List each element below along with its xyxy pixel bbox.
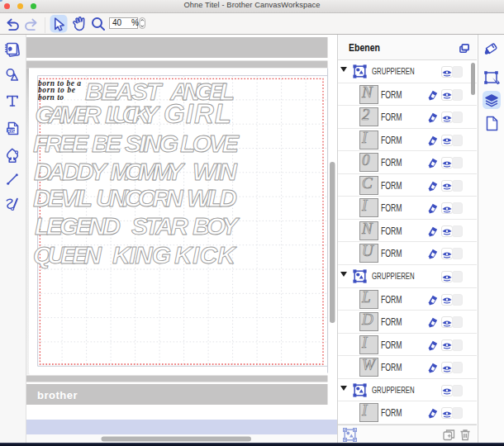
svg-text:born to: born to (38, 93, 64, 102)
svg-text:40: 40 (112, 18, 122, 27)
svg-text:GAMERLUCKYGIRL: GAMERLUCKYGIRL (36, 98, 232, 129)
svg-text:brother: brother (37, 389, 78, 401)
svg-text:DEVILUNICORNWILD: DEVILUNICORNWILD (33, 184, 237, 211)
svg-text:DADDYMOMMYWIN: DADDYMOMMYWIN (34, 158, 238, 185)
svg-text:SVG: SVG (7, 129, 16, 133)
svg-text:%: % (131, 18, 139, 27)
svg-text:FREEBESINGLOVE: FREEBESINGLOVE (33, 130, 240, 157)
svg-text:QUEENKINGKICK: QUEENKINGKICK (33, 241, 237, 268)
svg-text:LEGENDSTARBOY: LEGENDSTARBOY (35, 212, 240, 240)
